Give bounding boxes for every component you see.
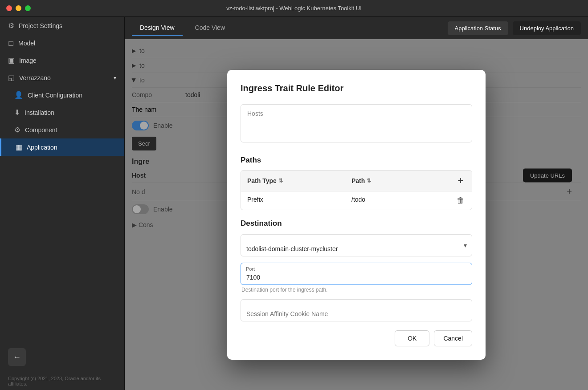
client-icon: 👤 xyxy=(14,91,23,99)
path-type-cell: Prefix xyxy=(241,191,345,210)
session-affinity-input[interactable] xyxy=(241,299,472,321)
sidebar-item-installation[interactable]: ⬇ Installation xyxy=(0,104,124,121)
hosts-section: Hosts xyxy=(241,104,472,142)
tab-design[interactable]: Design View xyxy=(132,20,183,36)
modal-overlay[interactable]: Ingress Trait Rule Editor Hosts Paths xyxy=(125,39,588,390)
dialog-footer: OK Cancel xyxy=(241,330,472,346)
delete-path-button[interactable]: 🗑 xyxy=(457,196,465,205)
component-icon: ⚙ xyxy=(14,126,20,134)
sidebar-item-label: Project Settings xyxy=(19,22,116,29)
port-field: Port Destination port for the ingress pa… xyxy=(241,263,472,293)
sidebar-item-application[interactable]: ▦ Application xyxy=(0,138,124,156)
sort-icon-2: ⇅ xyxy=(367,178,371,184)
dialog: Ingress Trait Rule Editor Hosts Paths xyxy=(227,70,486,360)
hosts-label: Hosts xyxy=(247,110,466,117)
titlebar: vz-todo-list.wktproj - WebLogic Kubernet… xyxy=(0,0,588,17)
add-path-button[interactable]: + xyxy=(458,175,464,187)
topbar: Design View Code View Application Status… xyxy=(125,17,588,39)
sidebar-item-client-configuration[interactable]: 👤 Client Configuration xyxy=(0,86,124,104)
topbar-actions: Application Status Undeploy Application xyxy=(448,21,581,35)
dialog-title: Ingress Trait Rule Editor xyxy=(241,83,472,93)
port-label: Port xyxy=(246,266,255,272)
chevron-down-icon: ▾ xyxy=(114,75,116,81)
table-row: Prefix /todo 🗑 xyxy=(241,191,472,210)
sidebar-item-label: Verrazzano xyxy=(19,74,109,81)
paths-add-col: + xyxy=(449,171,472,191)
port-hint: Destination port for the ingress path. xyxy=(241,287,472,293)
paths-title: Paths xyxy=(241,156,472,165)
sidebar-bottom: ← xyxy=(0,342,124,372)
copyright-text: Copyright (c) 2021, 2023, Oracle and/or … xyxy=(0,372,124,390)
page-area: ▶ to ▶ to ▶ to Compo todoli The nam xyxy=(125,39,588,390)
model-icon: ◻ xyxy=(8,39,14,47)
ok-button[interactable]: OK xyxy=(395,330,429,346)
destination-section: Destination Host todolist-domain-cluster… xyxy=(241,219,472,321)
host-select[interactable]: todolist-domain-cluster-mycluster xyxy=(241,234,472,256)
paths-table: Path Type ⇅ Path ⇅ + xyxy=(241,170,472,210)
main-content: Design View Code View Application Status… xyxy=(125,17,588,390)
session-affinity-field xyxy=(241,299,472,321)
minimize-button[interactable] xyxy=(16,5,21,11)
app-layout: ⚙ Project Settings ◻ Model ▣ Image ◱ Ver… xyxy=(0,17,588,390)
path-delete-col: 🗑 xyxy=(449,191,472,210)
port-input[interactable] xyxy=(241,263,472,285)
path-type-col-header: Path Type ⇅ xyxy=(241,171,345,191)
tab-code[interactable]: Code View xyxy=(187,20,233,36)
cancel-button[interactable]: Cancel xyxy=(434,330,472,346)
paths-header: Path Type ⇅ Path ⇅ + xyxy=(241,171,472,191)
verrazzano-icon: ◱ xyxy=(8,73,15,82)
maximize-button[interactable] xyxy=(25,5,31,11)
sidebar-item-project-settings[interactable]: ⚙ Project Settings xyxy=(0,17,124,34)
window-title: vz-todo-list.wktproj - WebLogic Kubernet… xyxy=(226,5,362,12)
destination-title: Destination xyxy=(241,219,472,228)
sidebar-item-label: Image xyxy=(19,57,116,64)
sidebar-item-verrazzano[interactable]: ◱ Verrazzano ▾ xyxy=(0,69,124,86)
path-col-header: Path ⇅ xyxy=(345,171,449,191)
application-icon: ▦ xyxy=(16,143,22,151)
path-cell: /todo xyxy=(345,191,449,210)
undeploy-button[interactable]: Undeploy Application xyxy=(513,21,581,35)
sidebar-item-label: Installation xyxy=(24,109,116,116)
host-field: Host todolist-domain-cluster-mycluster ▾ xyxy=(241,234,472,256)
hosts-empty xyxy=(247,119,466,137)
install-icon: ⬇ xyxy=(14,108,20,117)
close-button[interactable] xyxy=(6,5,12,11)
gear-icon: ⚙ xyxy=(8,21,14,30)
sidebar-item-label: Application xyxy=(27,144,116,151)
sidebar: ⚙ Project Settings ◻ Model ▣ Image ◱ Ver… xyxy=(0,17,125,390)
sidebar-item-label: Client Configuration xyxy=(28,92,116,99)
sidebar-item-label: Component xyxy=(25,126,116,134)
app-status-button[interactable]: Application Status xyxy=(448,21,508,35)
window-controls[interactable] xyxy=(6,5,31,11)
paths-section: Paths Path Type ⇅ Path ⇅ xyxy=(241,156,472,210)
sidebar-item-model[interactable]: ◻ Model xyxy=(0,34,124,52)
back-button[interactable]: ← xyxy=(8,348,26,366)
sort-icon: ⇅ xyxy=(278,178,283,184)
sidebar-item-image[interactable]: ▣ Image xyxy=(0,52,124,69)
sidebar-item-label: Model xyxy=(18,40,116,47)
sidebar-item-component[interactable]: ⚙ Component xyxy=(0,121,124,138)
image-icon: ▣ xyxy=(8,56,15,65)
